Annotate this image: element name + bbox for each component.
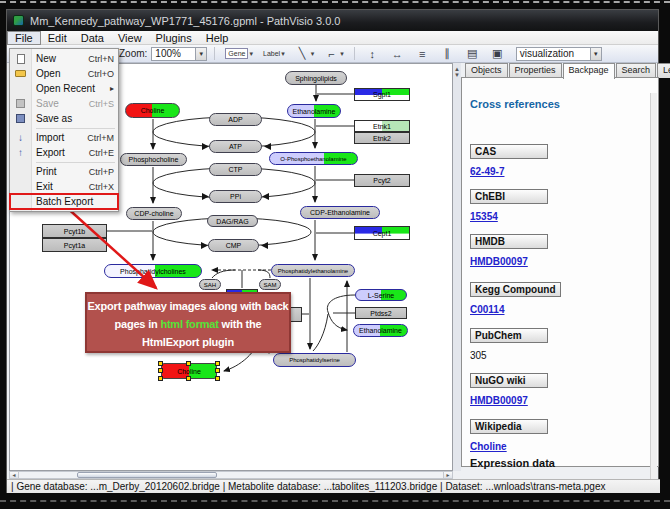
node-phosphatidylcholines[interactable]: Phosphatidylcholines [104,264,202,278]
selection-handle[interactable] [186,361,191,366]
menu-view[interactable]: View [111,31,149,45]
node-pcyt1b[interactable]: Pcyt1b [42,224,107,238]
menu-item-print[interactable]: PrintCtrl+P [10,164,118,179]
connector-tool-button[interactable]: ⌐ ▾ [321,46,347,61]
node-cmp[interactable]: CMP [208,239,259,252]
new-label-button[interactable]: Label ▾ [260,46,288,61]
common-size-button[interactable]: ▤ [462,46,483,61]
window-title: Mm_Kennedy_pathway_WP1771_45176.gpml - P… [30,15,340,27]
caret-down-icon[interactable]: ▾ [311,50,315,58]
node-o-phosphoethanolamine[interactable]: O-Phosphoethanolamine [269,152,358,165]
menu-plugins[interactable]: Plugins [149,31,199,45]
tab-backpage[interactable]: Backpage [563,63,615,79]
caret-down-icon[interactable]: ▾ [340,50,344,58]
selection-handle[interactable] [158,376,163,381]
node-sphingolipids[interactable]: Sphingolipids [285,71,347,85]
scrollbar-thumb[interactable] [77,472,217,478]
node-cept1[interactable]: Cept1 [354,226,410,240]
hmdb-link[interactable]: HMDB00097 [470,256,648,267]
align-horizontal-center-button[interactable]: ↔ [387,46,408,61]
zoom-combobox[interactable]: 100% ▾ [151,47,207,61]
node-ppi[interactable]: PPi [209,190,262,203]
stack-horizontal-button[interactable]: ∥ [437,46,458,61]
node-sgpl1[interactable]: Sgpl1 [354,88,410,101]
node-atp[interactable]: ATP [209,140,262,153]
tab-objects[interactable]: Objects [465,63,508,78]
nugo-link[interactable]: HMDB00097 [470,395,648,406]
menu-item-batch-export[interactable]: Batch Export [10,194,118,209]
menu-help[interactable]: Help [199,31,236,45]
selection-handle[interactable] [215,376,220,381]
caret-down-icon[interactable]: ▾ [249,50,253,58]
node-phosphatidylethanolamine[interactable]: Phosphatidylethanolamine [271,264,355,277]
selection-handle[interactable] [158,368,163,373]
node-sah[interactable]: SAH [199,279,221,290]
stack-vertical-button[interactable]: ≡ [412,46,433,61]
node-ethanolamine-mid[interactable]: Ethanolamine [353,324,408,337]
backpage-section-kegg: Kegg Compound C00114 [470,279,648,315]
menu-item-import[interactable]: ↓ ImportCtrl+M [10,130,118,145]
tab-search[interactable]: Search [616,63,657,78]
panel-scrollbar[interactable] [650,93,657,481]
node-phosphocholine[interactable]: Phosphocholine [120,153,187,166]
node-adp[interactable]: ADP [209,113,262,126]
title-bar: Mm_Kennedy_pathway_WP1771_45176.gpml - P… [7,10,658,31]
node-ethanolamine[interactable]: Ethanolamine [287,104,341,118]
menu-item-open-recent[interactable]: Open Recent ▸ [10,81,118,96]
tab-legend[interactable]: Legend [657,63,670,78]
splitter-down-icon[interactable]: ▼ [454,73,460,78]
menu-item-new[interactable]: NewCtrl+N [10,51,118,66]
wikipedia-link[interactable]: Choline [470,441,648,452]
tab-properties[interactable]: Properties [509,63,562,78]
menu-edit[interactable]: Edit [41,31,74,45]
panel-splitter[interactable]: ▲ ▼ [453,63,461,471]
line-tool-button[interactable]: ╲ ▾ [292,46,318,61]
node-choline[interactable]: Choline [125,103,180,118]
annotation-callout: Export pathway images along with back pa… [85,292,291,353]
visualization-combobox[interactable]: visualization ▾ [516,47,602,61]
node-dag[interactable]: DAG/RAG [207,215,258,227]
menu-file[interactable]: File [7,31,41,45]
caret-down-icon[interactable]: ▾ [590,48,601,60]
node-phosphatidylserine[interactable]: Phosphatidylserine [273,353,356,367]
menu-item-save-as[interactable]: Save as [10,111,118,126]
backpage-section-hmdb: HMDB HMDB00097 [470,231,648,267]
save-as-floppy-icon [14,113,27,124]
node-pcyt1a[interactable]: Pcyt1a [42,238,107,252]
selection-handle[interactable] [215,361,220,366]
section-title: ChEBI [470,189,548,204]
node-etnk1[interactable]: Etnk1 [354,120,410,132]
kegg-link[interactable]: C00114 [470,304,648,315]
node-sam[interactable]: SAM [259,279,281,290]
cas-link[interactable]: 62-49-7 [470,166,648,177]
node-pcyt2[interactable]: Pcyt2 [354,174,410,187]
selection-handle[interactable] [215,368,220,373]
caret-down-icon[interactable]: ▾ [281,50,285,58]
scroll-right-icon[interactable]: ► [443,472,452,478]
backpage-heading: Cross references [470,98,560,110]
menu-data[interactable]: Data [74,31,111,45]
menu-item-export[interactable]: ↑ ExportCtrl+E [10,145,118,160]
callout-highlight: html format [160,318,218,330]
selection-handle[interactable] [186,376,191,381]
selection-handle[interactable] [158,361,163,366]
menu-item-open[interactable]: OpenCtrl+O [10,66,118,81]
node-cdp-ethanolamine[interactable]: CDP-Ethanolamine [300,206,380,219]
caret-down-icon[interactable]: ▾ [195,48,206,60]
new-gene-button[interactable]: Gene ▾ [222,46,256,61]
align-vertical-center-button[interactable]: ↕ [362,46,383,61]
application-window: Mm_Kennedy_pathway_WP1771_45176.gpml - P… [6,9,659,493]
node-etnk2[interactable]: Etnk2 [354,132,410,144]
bring-forward-button[interactable]: ▣ [487,46,508,61]
node-l-serine[interactable]: L-Serine [355,289,407,301]
backpage-section-nugo: NuGO wiki HMDB00097 [470,370,648,406]
canvas-horizontal-scrollbar[interactable]: ◄ ► [9,471,453,479]
menu-item-exit[interactable]: ExitCtrl+X [10,179,118,194]
scroll-left-icon[interactable]: ◄ [10,472,19,478]
menu-item-save[interactable]: SaveCtrl+S [10,96,118,111]
selected-node-choline[interactable]: Choline [158,361,220,381]
node-ptdss2[interactable]: Ptdss2 [355,307,407,319]
node-ctp[interactable]: CTP [209,163,262,176]
node-cdp-choline[interactable]: CDP-choline [126,207,182,220]
chebi-link[interactable]: 15354 [470,211,648,222]
